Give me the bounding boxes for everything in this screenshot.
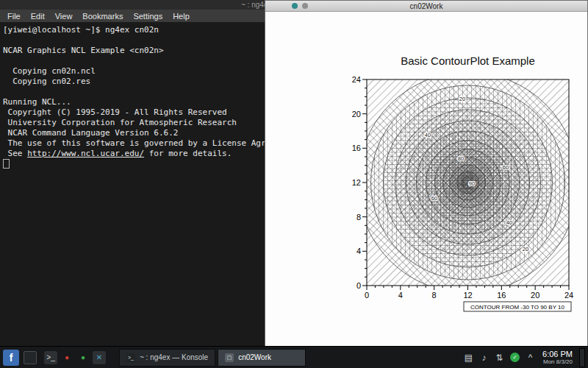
cn02work-window: cn02Work Basi [265,0,588,346]
cn02work-titlebar[interactable]: cn02Work [265,1,587,12]
axis-tick-label: 24 [564,291,573,300]
contour-label: 20 [459,96,465,102]
axis-tick-label: 8 [356,213,361,222]
contour-info-label: CONTOUR FROM -30 TO 90 BY 10 [470,304,564,311]
pager-icon[interactable] [24,351,37,364]
panel-hide-button[interactable] [579,348,585,367]
contour-info-box: CONTOUR FROM -30 TO 90 BY 10 [464,302,571,311]
menu-item-bookmarks[interactable]: Bookmarks [77,11,128,21]
konsole-titlebar[interactable]: ~ : ng4ex — Konsole [0,0,267,10]
menu-item-settings[interactable]: Settings [128,11,168,21]
konsole-launcher-icon[interactable]: >_ [44,351,57,364]
clock[interactable]: 6:06 PM Mon 8/3/20 [542,350,573,366]
axis-tick-label: 20 [531,291,539,300]
titlebar-button-left[interactable] [292,3,298,9]
terminal-line: Copying cn02n.ncl [3,66,264,77]
axis-tick-label: 16 [352,144,361,152]
contour-label: 60 [431,195,437,202]
menu-item-edit[interactable]: Edit [26,11,50,21]
contour-label: 20 [523,246,528,252]
terminal-line [3,87,264,97]
app-launcher-button[interactable]: f [3,350,19,366]
contour-rings [358,72,578,293]
axis-tick-label: 16 [497,291,506,300]
contour-label: 60 [503,164,509,171]
terminal-line: NCAR Command Language Version 6.6.2 [3,128,264,138]
contour-label: 90 [469,180,475,187]
axis-tick-label: 4 [398,291,403,300]
titlebar-button-right[interactable] [302,3,308,9]
terminal-line: University Corporation for Atmospheric R… [3,118,264,128]
taskbar-task-active[interactable]: ▢cn02Work [218,349,306,367]
axis-tick-label: 12 [463,291,472,300]
axis-tick-label: 4 [356,247,361,255]
plot-title: Basic ContourPlot Example [401,54,535,67]
clock-time: 6:06 PM [542,350,573,359]
red-app-launcher-icon[interactable]: ● [60,351,74,364]
terminal-cursor-line [3,159,264,169]
blue-app-launcher-icon[interactable]: ✕ [93,351,106,364]
tray-expand-icon[interactable]: ^ [526,353,535,363]
terminal-line: Copying cn02.res [3,77,264,87]
launcher-icons: >_●●✕ [44,351,106,364]
terminal-line: See http://www.ncl.ucar.edu/ for more de… [3,149,264,159]
terminal-cursor [3,159,10,169]
axis-tick-label: 8 [432,291,437,300]
axis-tick-label: 12 [352,178,361,187]
menu-item-view[interactable]: View [50,11,78,21]
menu-bar: FileEditViewBookmarksSettingsHelp [0,10,267,22]
taskbar-tasks: >_~ : ng4ex — Konsole▢cn02Work [119,349,306,367]
konsole-task-icon: >_ [126,353,135,362]
contour-plot-canvas: Basic ContourPlot Example 202 [352,43,587,319]
axis-tick-label: 24 [352,75,361,84]
contour-label: 40 [425,132,431,138]
contour-label: 40 [506,219,512,226]
updates-icon[interactable]: ✓ [510,353,520,362]
terminal-line: [yiwei@localhost ~]$ ng4ex cn02n [3,25,264,35]
terminal-line: Running NCL... [3,97,264,107]
volume-icon[interactable]: ♪ [479,353,489,363]
taskbar-task-inactive[interactable]: >_~ : ng4ex — Konsole [119,349,215,367]
terminal-output[interactable]: [yiwei@localhost ~]$ ng4ex cn02nNCAR Gra… [0,22,267,172]
contour-label: 80 [458,155,464,162]
axis-tick-label: 0 [365,291,369,300]
plot-body: Basic ContourPlot Example 202 [265,12,587,346]
menu-item-file[interactable]: File [2,11,26,21]
konsole-titlebar-title: ~ : ng4ex — Konsole [241,1,267,9]
taskbar: f >_●●✕ >_~ : ng4ex — Konsole▢cn02Work ▤… [0,346,588,368]
clock-date: Mon 8/3/20 [542,358,573,365]
konsole-window: ~ : ng4ex — Konsole FileEditViewBookmark… [0,0,268,346]
network-icon[interactable]: ⇅ [495,353,504,363]
task-label: ~ : ng4ex — Konsole [140,353,208,361]
desktop: ~ : ng4ex — Konsole FileEditViewBookmark… [0,0,588,368]
axis-tick-label: 20 [352,110,361,118]
terminal-line [3,56,264,66]
clipboard-icon[interactable]: ▤ [464,353,473,363]
window-task-icon: ▢ [225,353,234,362]
terminal-line: Copyright (C) 1995-2019 - All Rights Res… [3,107,264,118]
terminal-line [3,35,264,46]
terminal-line: NCAR Graphics NCL Example <cn02n> [3,46,264,56]
green-app-launcher-icon[interactable]: ● [76,351,90,364]
menu-item-help[interactable]: Help [168,11,195,21]
tray-icons: ▤♪⇅✓^ [464,353,535,363]
task-label: cn02Work [238,353,271,361]
axis-tick-label: 0 [356,281,361,290]
terminal-link[interactable]: http://www.ncl.ucar.edu/ [27,149,144,158]
terminal-line: The use of this software is governed by … [3,138,264,149]
cn02work-title: cn02Work [410,2,443,10]
